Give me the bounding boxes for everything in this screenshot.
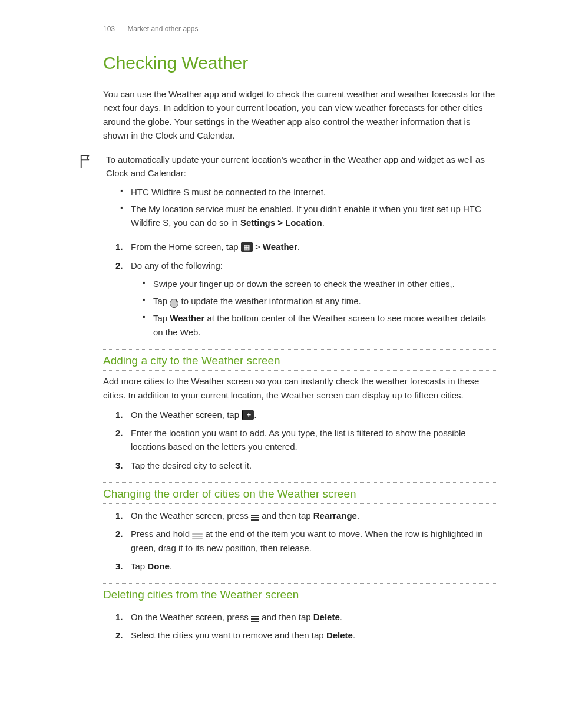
- heading-change-order: Changing the order of cities on the Weat…: [103, 485, 497, 504]
- delete-steps: 1. On the Weather screen, press and then…: [94, 610, 497, 643]
- delete-step-1: 1. On the Weather screen, press and then…: [131, 610, 497, 624]
- page-title: Checking Weather: [103, 50, 497, 77]
- heading-add-city: Adding a city to the Weather screen: [103, 352, 497, 371]
- order-step-1: 1. On the Weather screen, press and then…: [131, 509, 497, 522]
- sub-refresh: Tap to update the weather information at…: [153, 294, 497, 308]
- apps-grid-icon: ▦: [241, 242, 253, 252]
- flag-note-bullets: HTC Wildfire S must be connected to the …: [106, 185, 497, 230]
- flag-bullet-1: HTC Wildfire S must be connected to the …: [131, 185, 497, 199]
- main-step-2-subs: Swipe your finger up or down the screen …: [131, 277, 497, 339]
- flag-icon: [80, 154, 92, 169]
- settings-location-path: Settings > Location: [240, 218, 322, 228]
- section-name: Market and other apps: [127, 25, 198, 33]
- main-step-2: 2. Do any of the following: Swipe your f…: [131, 259, 497, 339]
- refresh-icon: [170, 299, 178, 308]
- menu-icon: [251, 615, 259, 622]
- drag-handle-icon: [192, 532, 203, 539]
- add-city-intro: Add more cities to the Weather screen so…: [103, 374, 497, 402]
- add-step-2: 2.Enter the location you want to add. As…: [131, 426, 497, 454]
- sub-weather-web: Tap Weather at the bottom center of the …: [153, 311, 497, 339]
- sub-swipe: Swipe your finger up or down the screen …: [153, 277, 497, 291]
- main-steps: 1. From the Home screen, tap ▦ > Weather…: [94, 240, 497, 339]
- page-header: 103 Market and other apps: [103, 24, 497, 35]
- main-step-1: 1. From the Home screen, tap ▦ > Weather…: [131, 240, 497, 253]
- intro-paragraph: You can use the Weather app and widget t…: [103, 87, 497, 142]
- order-step-2: 2. Press and hold at the end of the item…: [131, 527, 497, 555]
- page-number: 103: [103, 25, 115, 33]
- order-step-3: 3. Tap Done.: [131, 559, 497, 573]
- order-steps: 1. On the Weather screen, press and then…: [94, 509, 497, 573]
- flag-note-text: To automatically update your current loc…: [106, 153, 497, 180]
- add-city-steps: 1. On the Weather screen, tap +. 2.Enter…: [94, 408, 497, 472]
- add-step-3: 3.Tap the desired city to select it.: [131, 459, 497, 472]
- weather-label: Weather: [263, 242, 297, 252]
- flag-bullet-2: The My location service must be enabled.…: [131, 202, 497, 230]
- plus-icon: +: [242, 410, 254, 420]
- heading-delete-cities: Deleting cities from the Weather screen: [103, 586, 497, 605]
- add-step-1: 1. On the Weather screen, tap +.: [131, 408, 497, 421]
- menu-icon: [251, 513, 259, 521]
- delete-step-2: 2. Select the cities you want to remove …: [131, 628, 497, 642]
- flag-note-block: To automatically update your current loc…: [94, 153, 497, 229]
